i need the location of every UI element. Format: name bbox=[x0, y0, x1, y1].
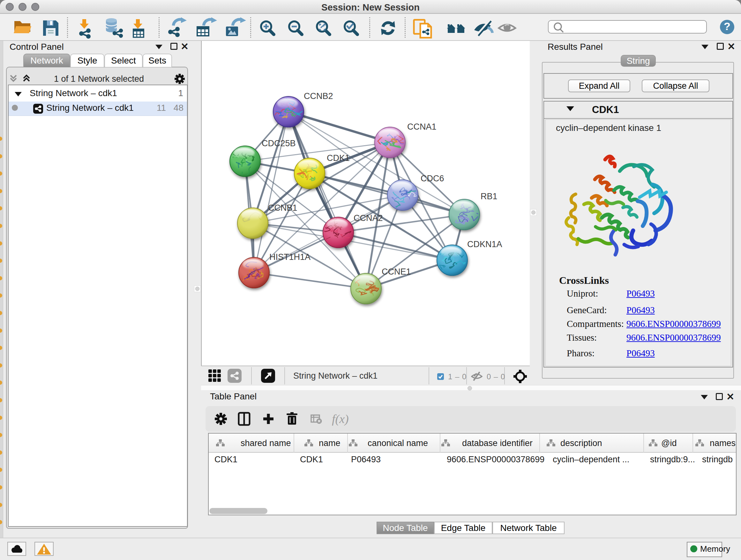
svg-text:namespace: namespace bbox=[710, 438, 736, 448]
svg-text:description: description bbox=[560, 438, 602, 448]
svg-text:f(x): f(x) bbox=[332, 412, 349, 426]
svg-text:shared name: shared name bbox=[241, 438, 291, 448]
svg-text:CCNE1: CCNE1 bbox=[382, 267, 411, 276]
svg-text:name: name bbox=[319, 438, 340, 448]
svg-text:HIST1H1A: HIST1H1A bbox=[269, 252, 311, 262]
svg-text:CCNA1: CCNA1 bbox=[407, 122, 436, 132]
svg-text:RB1: RB1 bbox=[481, 192, 497, 201]
svg-text:CDC25B: CDC25B bbox=[262, 138, 296, 148]
svg-text:CCNB1: CCNB1 bbox=[268, 203, 297, 212]
svg-text:CDK1: CDK1 bbox=[327, 153, 350, 163]
svg-text:CDKN1A: CDKN1A bbox=[467, 240, 502, 249]
svg-text:@id: @id bbox=[661, 438, 677, 448]
svg-text:CDC6: CDC6 bbox=[421, 174, 444, 183]
svg-text:canonical name: canonical name bbox=[367, 438, 428, 448]
svg-text:database identifier: database identifier bbox=[462, 438, 533, 448]
svg-text:CCNA2: CCNA2 bbox=[354, 213, 383, 223]
svg-text:CCNB2: CCNB2 bbox=[304, 91, 333, 101]
